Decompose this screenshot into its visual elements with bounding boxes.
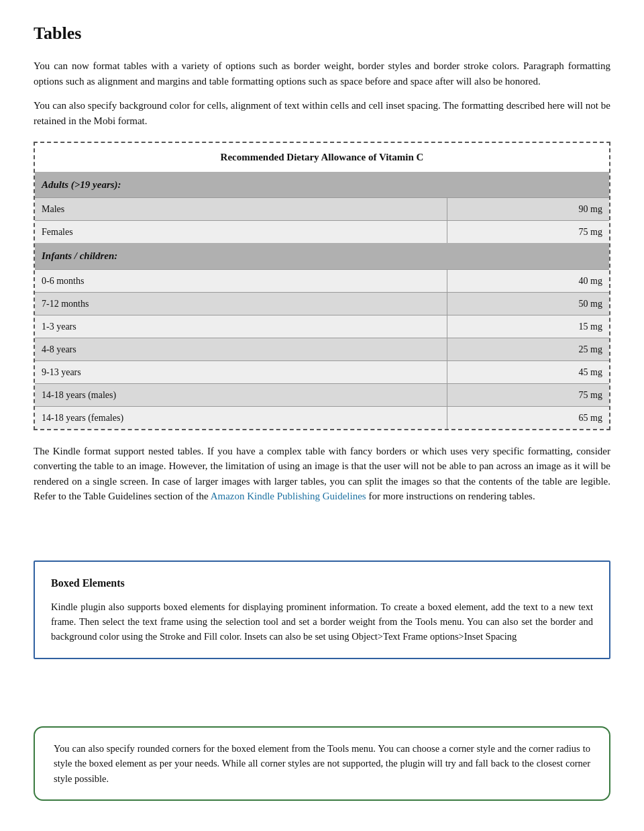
intro-para-2: You can also specify background color fo… (34, 98, 610, 128)
value-1-3: 15 mg (447, 315, 609, 338)
spacer-2 (34, 527, 610, 540)
boxed-blue-body: Kindle plugin also supports boxed elemen… (51, 599, 593, 644)
label-males: Males (35, 198, 447, 221)
children-header-row: Infants / children: (35, 243, 609, 269)
table-row: Females 75 mg (35, 221, 609, 244)
intro-para-1: You can now format tables with a variety… (34, 58, 610, 89)
label-0-6: 0-6 months (35, 269, 447, 292)
boxed-green-body: You can also specify rounded corners for… (54, 741, 590, 786)
table-row: Males 90 mg (35, 198, 609, 221)
table-row: 4-8 years 25 mg (35, 338, 609, 360)
table-title-row: Recommended Dietary Allowance of Vitamin… (35, 143, 609, 172)
label-7-12: 7-12 months (35, 292, 447, 315)
table-row: 9-13 years 45 mg (35, 360, 609, 383)
kindle-guidelines-link[interactable]: Amazon Kindle Publishing Guidelines (211, 491, 366, 501)
children-section-label: Infants / children: (35, 243, 609, 269)
table-title: Recommended Dietary Allowance of Vitamin… (35, 143, 609, 172)
table-row: 14-18 years (females) 65 mg (35, 406, 609, 429)
boxed-green-element: You can also specify rounded corners for… (34, 726, 610, 801)
table-row: 1-3 years 15 mg (35, 315, 609, 338)
value-14-18-females: 65 mg (447, 406, 609, 429)
value-males: 90 mg (447, 198, 609, 221)
spacer-4 (34, 693, 610, 706)
label-9-13: 9-13 years (35, 360, 447, 383)
label-14-18-males: 14-18 years (males) (35, 383, 447, 406)
value-7-12: 50 mg (447, 292, 609, 315)
value-4-8: 25 mg (447, 338, 609, 360)
value-14-18-males: 75 mg (447, 383, 609, 406)
boxed-blue-title: Boxed Elements (51, 575, 593, 591)
table-row: 14-18 years (males) 75 mg (35, 383, 609, 406)
label-4-8: 4-8 years (35, 338, 447, 360)
spacer-1 (34, 514, 610, 527)
table-row: 0-6 months 40 mg (35, 269, 609, 292)
label-females: Females (35, 221, 447, 244)
vitamin-table: Recommended Dietary Allowance of Vitamin… (35, 143, 609, 429)
label-14-18-females: 14-18 years (females) (35, 406, 447, 429)
value-females: 75 mg (447, 221, 609, 244)
spacer-3 (34, 679, 610, 693)
page-title: Tables (34, 20, 610, 46)
boxed-blue-element: Boxed Elements Kindle plugin also suppor… (34, 560, 610, 659)
value-0-6: 40 mg (447, 269, 609, 292)
label-1-3: 1-3 years (35, 315, 447, 338)
table-row: 7-12 months 50 mg (35, 292, 609, 315)
vitamin-table-container: Recommended Dietary Allowance of Vitamin… (34, 142, 610, 430)
adults-header-row: Adults (>19 years): (35, 172, 609, 198)
value-9-13: 45 mg (447, 360, 609, 383)
after-table-text: The Kindle format support nested tables.… (34, 444, 610, 504)
adults-section-label: Adults (>19 years): (35, 172, 609, 198)
